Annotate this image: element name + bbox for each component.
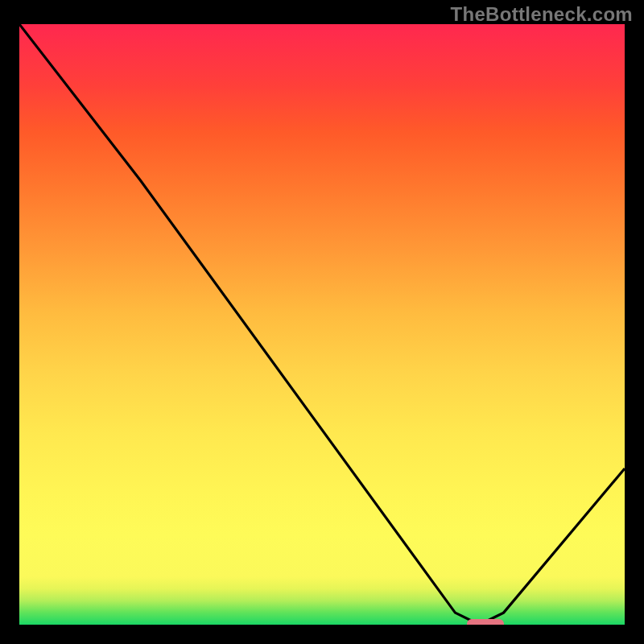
watermark-text: TheBottleneck.com bbox=[451, 3, 633, 26]
chart-frame: TheBottleneck.com bbox=[0, 0, 644, 644]
gradient-plot-area bbox=[19, 24, 625, 625]
optimal-range-marker bbox=[467, 619, 503, 625]
bottleneck-curve bbox=[19, 24, 625, 625]
